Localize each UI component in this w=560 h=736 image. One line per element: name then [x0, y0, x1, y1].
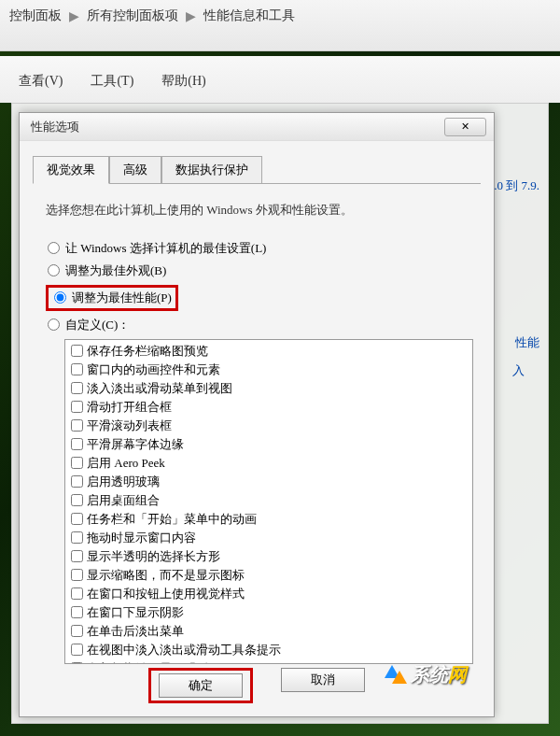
checkbox[interactable]	[71, 494, 83, 506]
side-enter-text: 入	[512, 362, 525, 379]
check-label: 在窗口下显示阴影	[87, 604, 184, 621]
radio-label: 让 Windows 选择计算机的最佳设置(L)	[65, 240, 266, 257]
radio-label: 自定义(C)：	[65, 317, 130, 333]
check-label: 平滑滚动列表框	[87, 418, 172, 434]
check-label: 拖动时显示窗口内容	[87, 530, 196, 546]
logo-icon	[383, 663, 407, 687]
checkbox[interactable]	[71, 644, 83, 656]
checkbox[interactable]	[71, 569, 83, 581]
breadcrumb-separator: ▶	[186, 8, 196, 24]
check-item[interactable]: 滑动打开组合框	[67, 398, 470, 417]
watermark-brand: 系统网	[411, 662, 467, 687]
check-item[interactable]: 显示半透明的选择长方形	[67, 547, 470, 566]
checkbox[interactable]	[71, 662, 83, 664]
checkbox[interactable]	[71, 550, 83, 562]
radio-input[interactable]	[54, 291, 66, 304]
instruction-text: 选择您想在此计算机上使用的 Windows 外观和性能设置。	[46, 201, 468, 219]
dialog-titlebar[interactable]: 性能选项 ✕	[20, 113, 494, 141]
cancel-button[interactable]: 取消	[281, 668, 365, 692]
check-label: 显示半透明的选择长方形	[87, 548, 220, 565]
checkbox[interactable]	[71, 419, 83, 432]
performance-options-dialog: 性能选项 ✕ 视觉效果 高级 数据执行保护 选择您想在此计算机上使用的 Wind…	[19, 112, 495, 717]
breadcrumb-separator: ▶	[69, 8, 79, 24]
radio-input[interactable]	[48, 242, 60, 254]
check-item[interactable]: 在窗口下显示阴影	[67, 603, 470, 622]
close-button[interactable]: ✕	[444, 118, 486, 136]
checkbox[interactable]	[71, 438, 83, 450]
side-perf-text: 性能	[515, 334, 539, 351]
ok-button[interactable]: 确定	[159, 673, 243, 698]
check-label: 启用透明玻璃	[87, 474, 160, 490]
check-label: 淡入淡出或滑动菜单到视图	[87, 380, 232, 397]
tab-content: 选择您想在此计算机上使用的 Windows 外观和性能设置。 让 Windows…	[33, 184, 481, 673]
check-label: 任务栏和「开始」菜单中的动画	[87, 511, 257, 528]
tab-area: 视觉效果 高级 数据执行保护 选择您想在此计算机上使用的 Windows 外观和…	[33, 156, 481, 673]
radio-best-performance[interactable]: 调整为最佳性能(P)	[46, 285, 468, 311]
radio-let-windows-choose[interactable]: 让 Windows 选择计算机的最佳设置(L)	[46, 240, 468, 257]
rating-range-text: 1.0 到 7.9.	[488, 177, 539, 194]
explorer-address-bar: 控制面板 ▶ 所有控制面板项 ▶ 性能信息和工具	[0, 0, 560, 51]
check-label: 显示缩略图，而不是显示图标	[87, 567, 245, 584]
check-label: 平滑屏幕字体边缘	[87, 436, 184, 453]
check-label: 在鼠标指针下显示阴影	[87, 660, 208, 664]
check-item[interactable]: 任务栏和「开始」菜单中的动画	[67, 510, 470, 529]
radio-group: 让 Windows 选择计算机的最佳设置(L) 调整为最佳外观(B) 调整为最佳…	[46, 240, 468, 333]
checkbox[interactable]	[71, 475, 83, 488]
check-item[interactable]: 平滑屏幕字体边缘	[67, 435, 470, 454]
breadcrumb: 控制面板 ▶ 所有控制面板项 ▶ 性能信息和工具	[0, 0, 560, 32]
menu-help[interactable]: 帮助(H)	[161, 73, 205, 90]
check-item[interactable]: 窗口内的动画控件和元素	[67, 361, 470, 379]
check-label: 启用桌面组合	[87, 492, 160, 509]
check-label: 在单击后淡出菜单	[87, 623, 184, 640]
watermark-logo: 系统网	[383, 662, 467, 687]
check-label: 在窗口和按钮上使用视觉样式	[87, 586, 245, 602]
radio-label: 调整为最佳外观(B)	[65, 262, 166, 279]
breadcrumb-item[interactable]: 控制面板	[9, 7, 62, 24]
check-label: 窗口内的动画控件和元素	[87, 361, 220, 378]
check-item[interactable]: 拖动时显示窗口内容	[67, 529, 470, 547]
check-item[interactable]: 显示缩略图，而不是显示图标	[67, 566, 470, 585]
check-item[interactable]: 淡入淡出或滑动菜单到视图	[67, 379, 470, 398]
check-label: 滑动打开组合框	[87, 399, 172, 416]
check-item[interactable]: 启用透明玻璃	[67, 473, 470, 491]
radio-best-appearance[interactable]: 调整为最佳外观(B)	[46, 262, 468, 279]
checkbox[interactable]	[71, 401, 83, 413]
check-label: 启用 Aero Peek	[87, 455, 165, 472]
menu-bar: 查看(V) 工具(T) 帮助(H)	[19, 73, 206, 90]
checkbox[interactable]	[71, 606, 83, 618]
radio-custom[interactable]: 自定义(C)：	[46, 317, 468, 333]
tabs: 视觉效果 高级 数据执行保护	[33, 156, 481, 184]
radio-input[interactable]	[48, 318, 60, 331]
check-item[interactable]: 保存任务栏缩略图预览	[67, 342, 470, 361]
highlight-border: 确定	[148, 668, 253, 703]
dialog-title: 性能选项	[27, 119, 79, 135]
checkbox[interactable]	[71, 587, 83, 600]
tab-advanced[interactable]: 高级	[109, 156, 161, 183]
radio-input[interactable]	[48, 264, 60, 276]
effects-checklist[interactable]: 保存任务栏缩略图预览 窗口内的动画控件和元素 淡入淡出或滑动菜单到视图 滑动打开…	[64, 339, 473, 664]
checkbox[interactable]	[71, 513, 83, 525]
check-item[interactable]: 在视图中淡入淡出或滑动工具条提示	[67, 641, 470, 659]
radio-label: 调整为最佳性能(P)	[72, 290, 172, 306]
checkbox[interactable]	[71, 625, 83, 637]
menu-tools[interactable]: 工具(T)	[91, 73, 133, 90]
check-item[interactable]: 启用桌面组合	[67, 491, 470, 510]
checkbox[interactable]	[71, 382, 83, 394]
tab-dep[interactable]: 数据执行保护	[161, 156, 262, 183]
breadcrumb-item[interactable]: 性能信息和工具	[203, 7, 295, 24]
check-item[interactable]: 在窗口和按钮上使用视觉样式	[67, 585, 470, 603]
check-item[interactable]: 平滑滚动列表框	[67, 417, 470, 435]
highlight-border: 调整为最佳性能(P)	[46, 285, 178, 311]
check-item[interactable]: 在单击后淡出菜单	[67, 622, 470, 641]
menu-view[interactable]: 查看(V)	[19, 73, 63, 90]
check-item[interactable]: 启用 Aero Peek	[67, 454, 470, 473]
tab-visual-effects[interactable]: 视觉效果	[33, 156, 109, 184]
check-label: 保存任务栏缩略图预览	[87, 343, 208, 360]
check-label: 在视图中淡入淡出或滑动工具条提示	[87, 642, 281, 658]
breadcrumb-item[interactable]: 所有控制面板项	[87, 7, 178, 24]
checkbox[interactable]	[71, 457, 83, 469]
checkbox[interactable]	[71, 363, 83, 375]
checkbox[interactable]	[71, 531, 83, 544]
checkbox[interactable]	[71, 345, 83, 357]
